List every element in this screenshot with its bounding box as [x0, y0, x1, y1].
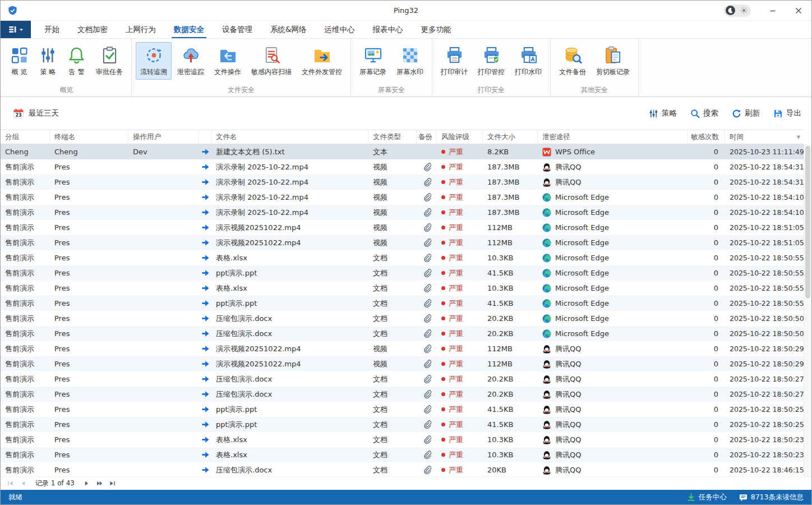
- trace-arrow-icon[interactable]: [201, 405, 210, 414]
- trace-arrow-icon[interactable]: [201, 451, 210, 459]
- column-header-terminal[interactable]: 终端名: [50, 130, 128, 144]
- unread-messages-button[interactable]: 8713条未读信息: [739, 493, 804, 502]
- table-row[interactable]: ChengChengDev新建文本文档 (5).txt文本严重8.2KBWPS …: [1, 144, 804, 159]
- ribbon-button-alert[interactable]: 告 警: [63, 42, 90, 80]
- tab-device-management[interactable]: 设备管理: [213, 21, 261, 38]
- trace-arrow-icon[interactable]: [201, 390, 210, 398]
- trace-arrow-icon[interactable]: [201, 435, 210, 444]
- tab-doc-encryption[interactable]: 文档加密: [68, 21, 117, 38]
- column-header-channel[interactable]: 泄密途径: [538, 130, 688, 144]
- trace-arrow-icon[interactable]: [201, 329, 210, 338]
- ribbon-button-leak-trace[interactable]: 泄密追踪: [173, 42, 209, 80]
- column-header-filetype[interactable]: 文件类型: [368, 130, 417, 144]
- tab-report-center[interactable]: 报表中心: [364, 21, 412, 38]
- ribbon-button-policy[interactable]: 策 略: [34, 42, 62, 80]
- column-header-operator[interactable]: 操作用户: [128, 130, 199, 144]
- tab-web-behavior[interactable]: 上网行为: [117, 21, 165, 38]
- table-row[interactable]: 售前演示Pres演示视频20251022.mp4视频严重112MB腾讯QQ020…: [1, 341, 804, 356]
- trace-arrow-icon[interactable]: [201, 148, 210, 156]
- trace-arrow-icon[interactable]: [201, 163, 210, 171]
- trace-arrow-icon[interactable]: [201, 345, 210, 353]
- column-header-time[interactable]: 时间▼: [725, 130, 804, 144]
- table-row[interactable]: 售前演示Pres演示录制 2025-10-22.mp4视频严重187.3MBMi…: [1, 205, 804, 220]
- tab-data-security[interactable]: 数据安全: [165, 21, 213, 38]
- close-button[interactable]: [786, 1, 811, 21]
- trace-arrow-icon[interactable]: [201, 466, 210, 474]
- trace-arrow-icon[interactable]: [201, 269, 210, 277]
- tab-start[interactable]: 开始: [35, 21, 68, 38]
- pager-first-button[interactable]: [5, 479, 15, 488]
- ribbon-button-clipboard-record[interactable]: 剪切板记录: [592, 42, 634, 80]
- theme-toggle[interactable]: [724, 4, 751, 17]
- pager-last-button[interactable]: [108, 479, 118, 488]
- scrollbar-thumb[interactable]: [805, 146, 810, 299]
- table-row[interactable]: 售前演示Presppt演示.ppt文档严重41.5KB腾讯QQ02025-10-…: [1, 402, 804, 417]
- table-row[interactable]: 售前演示Pres压缩包演示.docx文档严重20.2KBMicrosoft Ed…: [1, 311, 804, 326]
- pager-fast-forward-button[interactable]: [95, 479, 105, 488]
- table-row[interactable]: 售前演示Pres压缩包演示.docx文档严重20.2KB腾讯QQ02025-10…: [1, 387, 804, 402]
- column-header-filesize[interactable]: 文件大小: [483, 130, 538, 144]
- column-filter-icon[interactable]: ▼: [797, 135, 800, 140]
- task-center-button[interactable]: 任务中心: [687, 493, 727, 502]
- table-row[interactable]: 售前演示Pres表格.xlsx文档严重10.3KBMicrosoft Edge0…: [1, 250, 804, 265]
- table-row[interactable]: 售前演示Presppt演示.ppt文档严重41.5KBMicrosoft Edg…: [1, 296, 804, 311]
- trace-arrow-icon[interactable]: [201, 254, 210, 262]
- search-button[interactable]: 搜索: [690, 108, 718, 118]
- export-button[interactable]: 导出: [773, 108, 801, 118]
- ribbon-button-sensitive-scan[interactable]: 敏感内容扫描: [247, 42, 296, 80]
- tab-more-features[interactable]: 更多功能: [412, 21, 460, 38]
- policy-button[interactable]: 策略: [649, 108, 677, 118]
- tab-system-network[interactable]: 系统&网络: [261, 21, 316, 38]
- ribbon-button-file-outgoing-control[interactable]: 文件外发管控: [297, 42, 347, 80]
- ribbon-button-screen-record[interactable]: 屏幕记录: [355, 42, 391, 80]
- column-header-arrow[interactable]: [199, 130, 211, 144]
- table-row[interactable]: 售前演示Pres压缩包演示.docx文档严重20.2KBMicrosoft Ed…: [1, 326, 804, 341]
- column-header-count[interactable]: 敏感次数: [688, 130, 725, 144]
- trace-arrow-icon[interactable]: [201, 360, 210, 368]
- table-row[interactable]: 售前演示Pres演示视频20251022.mp4视频严重112MB腾讯QQ020…: [1, 356, 804, 371]
- tab-ops-center[interactable]: 运维中心: [316, 21, 364, 38]
- column-header-filename[interactable]: 文件名: [211, 130, 368, 144]
- minimize-button[interactable]: [760, 1, 786, 21]
- table-row[interactable]: 售前演示Pres演示录制 2025-10-22.mp4视频严重187.3MB腾讯…: [1, 159, 804, 175]
- ribbon-button-print-control[interactable]: 打印管控: [473, 42, 509, 80]
- date-range-filter[interactable]: 23 最近三天: [13, 108, 59, 119]
- pager-prev-button[interactable]: [18, 479, 28, 488]
- table-row[interactable]: 售前演示Pres表格.xlsx文档严重10.3KB腾讯QQ02025-10-22…: [1, 432, 804, 447]
- vertical-scrollbar[interactable]: [804, 144, 811, 476]
- table-row[interactable]: 售前演示Pres演示视频20251022.mp4视频严重112MBMicroso…: [1, 220, 804, 235]
- table-row[interactable]: 售前演示Pres演示录制 2025-10-22.mp4视频严重187.3MBMi…: [1, 190, 804, 205]
- ribbon-button-print-watermark[interactable]: 打印水印: [510, 42, 546, 80]
- refresh-button[interactable]: 刷新: [732, 108, 760, 118]
- table-row[interactable]: 售前演示Presppt演示.ppt文档严重41.5KBMicrosoft Edg…: [1, 265, 804, 281]
- trace-arrow-icon[interactable]: [201, 314, 210, 323]
- table-row[interactable]: 售前演示Pres表格.xlsx文档严重10.3KB腾讯QQ02025-10-22…: [1, 447, 804, 462]
- trace-arrow-icon[interactable]: [201, 375, 210, 383]
- pager-next-button[interactable]: [82, 479, 92, 488]
- app-menu-button[interactable]: [1, 21, 31, 38]
- table-row[interactable]: 售前演示Pres表格.xlsx文档严重10.3KBMicrosoft Edge0…: [1, 281, 804, 296]
- column-header-risk[interactable]: 风险评级: [437, 130, 483, 144]
- ribbon-button-screen-watermark[interactable]: 屏幕水印: [392, 42, 428, 80]
- table-row[interactable]: 售前演示Presppt演示.ppt文档严重41.5KB腾讯QQ02025-10-…: [1, 417, 804, 432]
- ribbon-button-print-audit[interactable]: 打印审计: [436, 42, 472, 80]
- column-header-backup[interactable]: 备份: [417, 130, 437, 144]
- table-row[interactable]: 售前演示Pres演示录制 2025-10-22.mp4视频严重187.3MB腾讯…: [1, 175, 804, 190]
- table-row[interactable]: 售前演示Pres压缩包演示.docx文档严重20.2KB腾讯QQ02025-10…: [1, 371, 804, 387]
- trace-arrow-icon[interactable]: [201, 299, 210, 307]
- trace-arrow-icon[interactable]: [201, 208, 210, 217]
- trace-arrow-icon[interactable]: [201, 284, 210, 292]
- column-header-group[interactable]: 分组: [1, 130, 50, 144]
- table-row[interactable]: 售前演示Pres压缩包演示.docx文档严重20KB腾讯QQ02025-10-2…: [1, 462, 804, 476]
- ribbon-button-file-backup[interactable]: 文件备份: [555, 42, 590, 80]
- ribbon-button-flow-trace[interactable]: 流转追溯: [136, 42, 172, 80]
- trace-arrow-icon[interactable]: [201, 178, 210, 186]
- ribbon-button-overview[interactable]: 概 览: [6, 42, 33, 80]
- table-row[interactable]: 售前演示Pres演示视频20251022.mp4视频严重112MBMicroso…: [1, 235, 804, 250]
- trace-arrow-icon[interactable]: [201, 223, 210, 232]
- ribbon-button-approval-tasks[interactable]: 审批任务: [91, 42, 127, 80]
- trace-arrow-icon[interactable]: [201, 420, 210, 429]
- trace-arrow-icon[interactable]: [201, 193, 210, 201]
- trace-arrow-icon[interactable]: [201, 238, 210, 247]
- ribbon-button-file-operations[interactable]: 文件操作: [210, 42, 246, 80]
